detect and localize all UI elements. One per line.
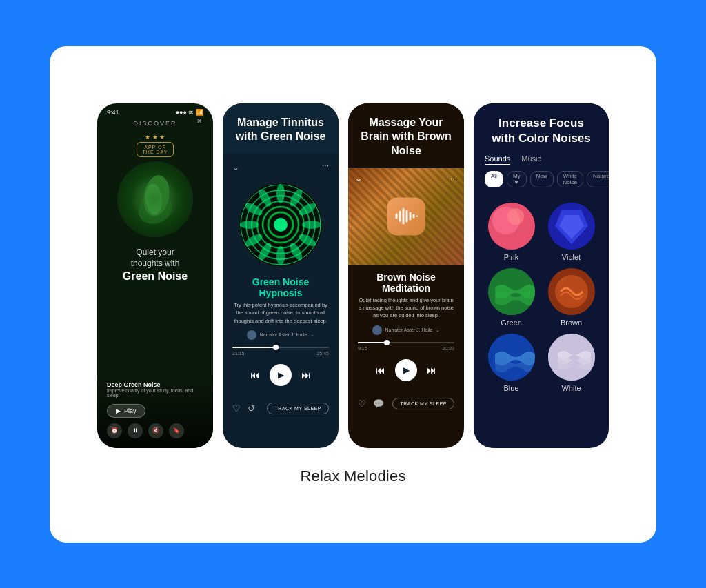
svg-point-32 [507, 208, 524, 225]
blue-pattern [488, 334, 535, 381]
refresh-icon[interactable]: ↺ [248, 403, 255, 414]
screen3-title: Massage Your Brain with Brown Noise [358, 116, 454, 159]
pink-circle [488, 203, 535, 250]
timer-icon[interactable]: ⏰ [107, 423, 122, 438]
white-label: White [561, 384, 581, 392]
noise-item-blue[interactable]: Blue [485, 334, 538, 392]
noise-item-green[interactable]: Green [485, 268, 538, 327]
chat-icon[interactable]: 💬 [373, 398, 384, 409]
svg-rect-26 [405, 210, 407, 223]
screen3-content: Brown NoiseMeditation Quiet racing thoug… [348, 265, 464, 394]
heart-icon[interactable]: ♡ [232, 403, 241, 414]
filter-nature[interactable]: Nature [587, 171, 609, 187]
track-sleep-button[interactable]: TRACK MY SLEEP [392, 398, 454, 409]
pause-icon[interactable]: ⏸ [128, 423, 143, 438]
play-icon: ▶ [403, 365, 410, 375]
play-pause-button[interactable]: ▶ [395, 359, 417, 381]
mute-icon[interactable]: 🔇 [148, 423, 163, 438]
discover-header: DISCOVER ✕ [97, 117, 213, 130]
phone-screen-4: Increase Focuswith Color Noises Sounds M… [474, 103, 609, 448]
white-pattern [548, 334, 595, 381]
noise-item-pink[interactable]: Pink [485, 203, 538, 261]
heart-icon[interactable]: ♡ [358, 398, 366, 409]
narrator-chevron: ⌄ [310, 332, 314, 338]
progress-times: 21:15 25:45 [232, 351, 329, 356]
more-options-icon[interactable]: ··· [450, 174, 457, 183]
progress-fill [232, 347, 276, 348]
brown-circle [548, 268, 595, 315]
svg-point-2 [144, 183, 163, 215]
violet-circle [548, 203, 595, 250]
violet-label: Violet [562, 253, 581, 261]
phone-screen-1: 9:41 ●●● ≋ 📶 DISCOVER ✕ ★ ★ ★ APP OFTHE … [97, 103, 213, 448]
bookmark-icon[interactable]: 🔖 [169, 423, 184, 438]
play-pause-button[interactable]: ▶ [270, 364, 292, 386]
svg-point-10 [274, 218, 288, 232]
pink-pattern [488, 203, 535, 250]
track-subtitle: Improve quality of your study, focus, an… [107, 388, 203, 398]
screen4-header: Increase Focuswith Color Noises Sounds M… [474, 103, 609, 203]
progress-fill [358, 342, 387, 343]
discover-label: DISCOVER [133, 120, 176, 127]
track-desc: Quiet racing thoughts and give your brai… [358, 296, 454, 320]
filters-row: All My ♥ New White Noise Nature [485, 171, 598, 187]
white-circle [548, 334, 595, 381]
filter-heart[interactable]: My ♥ [507, 171, 527, 187]
narrator-row: Narrator Aster J. Haile ⌄ [358, 325, 454, 335]
play-label: Play [124, 407, 137, 414]
tabs-row: Sounds Music [485, 154, 598, 165]
skip-forward-icon[interactable]: ⏭ [301, 369, 311, 381]
progress-bar[interactable] [232, 347, 329, 348]
narrator-row: Narrator Aster J. Haile ⌄ [232, 330, 329, 340]
player-controls: ⏮ ▶ ⏭ [358, 354, 454, 387]
svg-rect-25 [402, 208, 404, 225]
svg-rect-27 [409, 212, 411, 221]
app-title: Relax Melodies [300, 467, 405, 485]
track-sleep-button[interactable]: TRACK MY SLEEP [267, 403, 329, 414]
narrator-avatar [247, 330, 256, 340]
progress-section: 21:15 25:45 [232, 347, 329, 356]
narrator-chevron: ⌄ [436, 327, 440, 333]
green-spiral [236, 180, 325, 270]
noise-item-white[interactable]: White [545, 334, 598, 392]
green-noise-visual [117, 161, 193, 237]
svg-point-20 [240, 221, 259, 229]
filter-all[interactable]: All [485, 171, 503, 187]
close-icon[interactable]: ✕ [196, 117, 203, 125]
narrator-avatar [372, 325, 382, 335]
noise-item-brown[interactable]: Brown [545, 268, 598, 327]
screen2-header: Manage Tinnitus with Green Noise [223, 103, 339, 154]
progress-bar[interactable] [358, 342, 454, 343]
svg-point-11 [276, 184, 285, 203]
like-share-icons: ♡ 💬 [358, 398, 384, 409]
tab-music[interactable]: Music [521, 154, 541, 165]
brown-noise-visual: ⌄ ··· [348, 168, 464, 265]
headline-green-noise: Green Noise [107, 270, 203, 284]
skip-back-icon[interactable]: ⏮ [376, 365, 385, 376]
svg-point-17 [276, 246, 285, 265]
noise-grid: Pink Violet [474, 203, 609, 403]
filter-white-noise[interactable]: White Noise [557, 171, 583, 187]
screens-row: 9:41 ●●● ≋ 📶 DISCOVER ✕ ★ ★ ★ APP OFTHE … [97, 103, 609, 448]
time-current: 9:15 [358, 346, 367, 351]
player-controls: ⏮ ▶ ⏭ [232, 358, 329, 392]
screen2-content: ⌄ ··· [223, 154, 339, 398]
skip-forward-icon[interactable]: ⏭ [427, 365, 436, 376]
screen3-header: Massage Your Brain with Brown Noise [348, 103, 464, 168]
signal-icons: ●●● ≋ 📶 [176, 109, 203, 116]
noise-item-violet[interactable]: Violet [545, 203, 598, 261]
skip-back-icon[interactable]: ⏮ [250, 369, 260, 381]
tab-sounds[interactable]: Sounds [485, 154, 510, 165]
track-title: Deep Green Noise [107, 381, 203, 388]
play-button[interactable]: ▶ Play [107, 404, 145, 418]
filter-new[interactable]: New [530, 171, 554, 187]
track-desc: Try this potent hypnosis accompanied by … [232, 301, 329, 325]
status-bar: 9:41 ●●● ≋ 📶 [97, 103, 213, 117]
phone-screen-3: Massage Your Brain with Brown Noise ⌄ ··… [348, 103, 464, 448]
main-card: 9:41 ●●● ≋ 📶 DISCOVER ✕ ★ ★ ★ APP OFTHE … [50, 46, 656, 543]
green-pattern [488, 268, 535, 315]
pink-label: Pink [504, 253, 518, 261]
chevron-down-icon[interactable]: ⌄ [232, 163, 239, 172]
more-options-icon[interactable]: ··· [322, 161, 329, 170]
chevron-down-icon[interactable]: ⌄ [355, 174, 362, 183]
